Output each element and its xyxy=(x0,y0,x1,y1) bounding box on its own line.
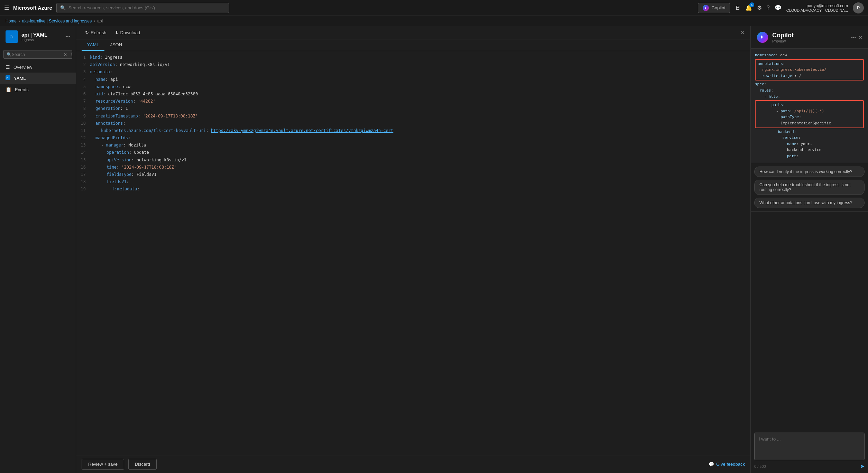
sidebar-item-overview[interactable]: ☰ Overview xyxy=(0,62,76,73)
code-line: 10 annotations: xyxy=(76,120,750,127)
global-search-input[interactable] xyxy=(68,5,225,10)
sidebar-collapse-icon[interactable]: 《 xyxy=(68,51,73,57)
code-line: 3 metadata: xyxy=(76,68,750,76)
suggestion-chip-1[interactable]: How can I verify if the ingress is worki… xyxy=(754,167,865,177)
close-button[interactable]: ✕ xyxy=(740,29,745,36)
nav-icons: ✦ Copilot 🖥 🔔 5 ⚙ ? 💬 pauyu@microsoft.co… xyxy=(698,2,864,13)
sidebar-search-clear-icon[interactable]: ✕ xyxy=(64,52,67,57)
copilot-code-preview: namespace: ccw annotations: nginx.ingres… xyxy=(751,49,868,163)
copilot-more-icon[interactable]: ••• xyxy=(851,35,856,40)
copilot-close-icon[interactable]: ✕ xyxy=(859,35,862,40)
resource-header: ⬡ api | YAML Ingress ••• xyxy=(0,26,76,47)
svg-text:⬡: ⬡ xyxy=(10,35,13,39)
tab-yaml[interactable]: YAML xyxy=(82,39,104,51)
content-area: ↻ Refresh ⬇ Download ✕ YAML JSON 1 kind:… xyxy=(76,26,750,473)
overview-icon: ☰ xyxy=(6,64,10,70)
code-line: 17 fieldsType: FieldsV1 xyxy=(76,171,750,178)
code-container[interactable]: 1 kind: Ingress 2 apiVersion: networking… xyxy=(76,51,750,455)
feedback-button[interactable]: 💬 Give feedback xyxy=(709,462,745,467)
top-nav: ☰ Microsoft Azure 🔍 ✦ Copilot 🖥 xyxy=(0,0,868,16)
highlight-box-1: annotations: nginx.ingress.kubernetes.io… xyxy=(755,59,864,81)
code-line: 14 operation: Update xyxy=(76,149,750,156)
code-line: 18 fieldsV1: xyxy=(76,178,750,186)
copilot-actions: ••• ✕ xyxy=(851,35,862,40)
breadcrumb: Home › aks-learnlive | Services and ingr… xyxy=(0,16,868,26)
copilot-preview-label: Preview xyxy=(772,39,794,43)
sidebar-label-yaml: YAML xyxy=(14,76,26,81)
sidebar-item-yaml[interactable]: Y YAML xyxy=(0,73,76,84)
copilot-panel-title: Copilot xyxy=(772,32,794,39)
suggestion-chip-2[interactable]: Can you help me troubleshoot if the ingr… xyxy=(754,180,865,195)
code-line: 5 namespace: ccw xyxy=(76,83,750,91)
svg-text:✦: ✦ xyxy=(759,34,764,40)
hamburger-icon[interactable]: ☰ xyxy=(4,4,9,11)
resource-info: api | YAML Ingress xyxy=(21,32,47,42)
discard-button[interactable]: Discard xyxy=(128,459,157,470)
sidebar-search-icon: 🔍 xyxy=(7,52,12,57)
toolbar: ↻ Refresh ⬇ Download ✕ xyxy=(76,26,750,39)
monitor-icon-btn[interactable]: 🖥 xyxy=(735,5,740,11)
sidebar-search-input[interactable] xyxy=(12,52,64,57)
notification-icon-btn[interactable]: 🔔 5 xyxy=(745,4,752,11)
copilot-nav-button[interactable]: ✦ Copilot xyxy=(698,3,730,13)
copilot-title-group: Copilot Preview xyxy=(772,32,794,43)
code-line: 15 apiVersion: networking.k8s.io/v1 xyxy=(76,157,750,164)
tabs: YAML JSON xyxy=(76,39,750,51)
sidebar-label-overview: Overview xyxy=(13,65,32,70)
review-save-button[interactable]: Review + save xyxy=(82,459,124,470)
help-icon-btn[interactable]: ? xyxy=(767,5,770,11)
code-line: 11 kubernetes.azure.com/tls-cert-keyvaul… xyxy=(76,127,750,134)
breadcrumb-cluster[interactable]: aks-learnlive | Services and ingresses xyxy=(22,19,92,23)
copilot-input[interactable] xyxy=(754,433,865,460)
sidebar-label-events: Events xyxy=(15,87,29,92)
feedback-icon: 💬 xyxy=(709,462,714,467)
events-icon: 📋 xyxy=(6,87,11,92)
code-line: 16 time: '2024-09-17T18:08:18Z' xyxy=(76,164,750,171)
svg-text:Y: Y xyxy=(6,77,8,80)
yaml-icon: Y xyxy=(6,75,10,81)
copilot-input-area: 0 / 500 ➤ xyxy=(751,429,868,473)
svg-text:✦: ✦ xyxy=(704,6,707,10)
search-icon: 🔍 xyxy=(60,5,66,10)
resource-subtitle: Ingress xyxy=(21,38,47,42)
breadcrumb-sep1: › xyxy=(19,19,20,23)
brand-name: Microsoft Azure xyxy=(13,5,52,11)
code-line: 7 resourceVersion: '44202' xyxy=(76,98,750,105)
cert-link[interactable]: https://akv-ymnkzgiwmza4n.vault.azure.ne… xyxy=(211,128,393,133)
code-line: 2 apiVersion: networking.k8s.io/v1 xyxy=(76,61,750,68)
settings-icon-btn[interactable]: ⚙ xyxy=(757,4,762,11)
code-line: 6 uid: cfa71cec-b852-4c85-aaaa-65840ed32… xyxy=(76,91,750,98)
notification-badge: 5 xyxy=(749,2,754,7)
copilot-panel: ✦ Copilot Preview ••• ✕ namespace: ccw a… xyxy=(750,26,868,473)
refresh-icon: ↻ xyxy=(85,30,89,35)
more-options-icon[interactable]: ••• xyxy=(65,34,70,39)
code-line: 1 kind: Ingress xyxy=(76,54,750,61)
copilot-header: ✦ Copilot Preview ••• ✕ xyxy=(751,26,868,49)
code-line: 13 - manager: Mozilla xyxy=(76,142,750,149)
download-button[interactable]: ⬇ Download xyxy=(111,28,144,37)
copilot-icon: ✦ xyxy=(702,4,709,11)
sidebar-item-events[interactable]: 📋 Events xyxy=(0,84,76,95)
gear-icon: ⚙ xyxy=(757,5,762,11)
refresh-button[interactable]: ↻ Refresh xyxy=(82,28,110,37)
avatar[interactable]: P xyxy=(853,2,864,13)
copilot-panel-logo: ✦ xyxy=(756,31,769,44)
send-button[interactable]: ➤ xyxy=(860,463,865,470)
monitor-icon: 🖥 xyxy=(735,5,740,11)
global-search-bar[interactable]: 🔍 xyxy=(56,3,229,13)
suggestion-chip-3[interactable]: What other annotations can I use with my… xyxy=(754,198,865,208)
breadcrumb-home[interactable]: Home xyxy=(6,19,17,23)
help-icon: ? xyxy=(767,5,770,11)
breadcrumb-current: api xyxy=(97,19,103,23)
user-info: pauyu@microsoft.com CLOUD ADVOCACY - CLO… xyxy=(786,3,848,12)
tab-json[interactable]: JSON xyxy=(104,39,128,51)
code-line: 9 creationTimestamp: '2024-09-17T18:08:1… xyxy=(76,113,750,120)
copilot-suggestions: How can I verify if the ingress is worki… xyxy=(751,163,868,212)
user-org: CLOUD ADVOCACY - CLOUD NA... xyxy=(786,8,848,12)
sidebar-search[interactable]: 🔍 ✕ 《 xyxy=(3,50,72,59)
user-email: pauyu@microsoft.com xyxy=(786,3,848,8)
breadcrumb-sep2: › xyxy=(94,19,95,23)
resource-title: api | YAML xyxy=(21,32,47,38)
copilot-nav-label: Copilot xyxy=(711,5,725,10)
feedback-icon-btn[interactable]: 💬 xyxy=(775,4,782,11)
